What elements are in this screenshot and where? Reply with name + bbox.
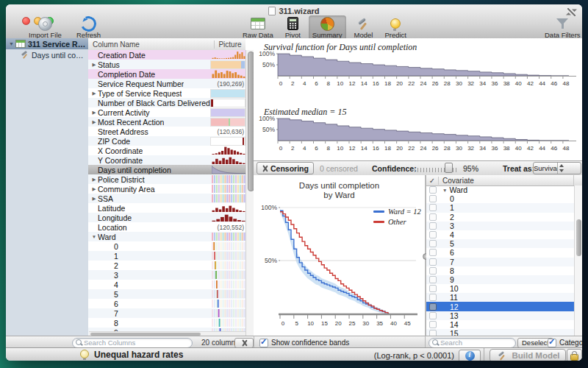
checkbox[interactable] <box>429 222 437 230</box>
column-row-zip-code[interactable]: ZIP Code <box>88 136 245 146</box>
checkbox[interactable] <box>429 195 437 202</box>
disclosure-triangle-icon[interactable]: ▶ <box>90 177 98 183</box>
treat-as-dropdown[interactable]: Survival Times <box>533 162 581 174</box>
column-row-7[interactable]: 7 <box>88 308 245 318</box>
covariate-row-6[interactable]: 6 <box>426 248 574 257</box>
checkbox[interactable] <box>429 258 437 266</box>
column-row-community-area[interactable]: ▶Community Area <box>88 184 245 194</box>
covariate-row-7[interactable]: 7 <box>426 258 574 266</box>
covariate-row-9[interactable]: 9 <box>426 275 574 284</box>
checkbox[interactable] <box>429 213 437 221</box>
show-confidence-bands-checkbox[interactable] <box>259 339 268 347</box>
disclosure-triangle-icon[interactable]: ▼ <box>90 234 98 239</box>
disclosure-triangle-icon[interactable]: ▶ <box>90 196 98 202</box>
covariate-row-10[interactable]: 10 <box>426 284 574 293</box>
column-row-1[interactable]: 1 <box>88 251 245 261</box>
build-model-button[interactable]: Build Model <box>490 349 566 361</box>
disclosure-triangle-icon[interactable]: ▶ <box>90 186 98 192</box>
covariate-row-14[interactable]: 14 <box>426 320 574 329</box>
covariate-row-3[interactable]: 3 <box>426 222 574 230</box>
checkbox[interactable] <box>429 321 437 328</box>
column-row-ssa[interactable]: ▶SSA <box>88 194 245 203</box>
covariate-row-0[interactable]: 0 <box>426 194 574 203</box>
covariate-row-4[interactable]: 4 <box>426 230 574 239</box>
covariate-row-5[interactable]: 5 <box>426 239 574 248</box>
column-row-location[interactable]: Location(120,552) <box>88 222 245 232</box>
info-button[interactable] <box>459 350 481 361</box>
search-columns-input[interactable] <box>72 338 193 348</box>
censoring-button[interactable]: Censoring <box>257 162 314 174</box>
sidebar-item-311-service-r[interactable]: ▼311 Service R… <box>6 38 88 49</box>
column-row-4[interactable]: 4 <box>88 280 245 289</box>
categories-checkbox[interactable] <box>548 339 556 347</box>
covariate-row-15[interactable]: 15 <box>426 329 574 336</box>
toolbar-button-raw-data[interactable]: Raw Data <box>239 15 277 40</box>
column-row-8[interactable]: 8 <box>88 318 245 328</box>
lock-button[interactable] <box>567 349 582 361</box>
covariate-row-12[interactable]: 12 <box>426 302 574 311</box>
covariate-row-2[interactable]: 2 <box>426 213 574 222</box>
covariate-row-8[interactable]: 8 <box>426 266 574 275</box>
column-row-x-coordinate[interactable]: X Coordinate <box>88 146 245 155</box>
toolbar-button-predict[interactable]: Predict <box>381 15 410 40</box>
disclosure-triangle-icon[interactable]: ▼ <box>9 41 14 46</box>
checkbox[interactable] <box>429 285 437 292</box>
disclosure-triangle-icon[interactable]: ▶ <box>90 91 98 96</box>
checkbox[interactable] <box>429 231 437 238</box>
column-row-status[interactable]: ▶Status <box>88 60 245 69</box>
confidence-slider[interactable] <box>415 162 457 173</box>
column-row-longitude[interactable]: Longitude <box>88 213 245 222</box>
disclosure-triangle-icon[interactable]: ▼ <box>442 188 447 193</box>
checkbox[interactable] <box>429 303 437 311</box>
column-row-3[interactable]: 3 <box>88 270 245 280</box>
covariate-column-header[interactable]: Covariate <box>439 177 573 185</box>
toolbar-button-import-file[interactable]: Import File <box>25 15 65 40</box>
checkbox[interactable] <box>429 276 437 283</box>
covariate-row-11[interactable]: 11 <box>426 293 574 302</box>
disclosure-triangle-icon[interactable]: ▶ <box>90 110 98 116</box>
column-row-service-request-number[interactable]: Service Request Number(190,269) <box>88 79 245 88</box>
column-row-most-recent-action[interactable]: ▶Most Recent Action <box>88 117 245 127</box>
column-row-0[interactable]: 0 <box>88 241 245 251</box>
toolbar-button-refresh[interactable]: Refresh <box>73 15 104 40</box>
covariate-search-input[interactable] <box>429 338 516 348</box>
checkbox[interactable] <box>429 312 437 319</box>
checkbox[interactable] <box>429 267 437 275</box>
disclosure-triangle-icon[interactable]: ▶ <box>90 62 98 68</box>
column-row-5[interactable]: 5 <box>88 289 245 299</box>
checkbox[interactable] <box>429 240 437 247</box>
expand-icon[interactable] <box>567 8 576 16</box>
column-row-completion-date[interactable]: Completion Date <box>88 69 245 79</box>
checkbox[interactable] <box>429 330 437 336</box>
check-column-header[interactable]: ✓ <box>426 177 439 185</box>
sidebar-item-days-until-co[interactable]: Days until co… <box>6 49 88 60</box>
covariate-row-13[interactable]: 13 <box>426 311 574 320</box>
covariate-group-ward[interactable]: ▼Ward <box>426 185 574 194</box>
column-actions-button[interactable] <box>234 338 254 348</box>
column-row-2[interactable]: 2 <box>88 261 245 270</box>
column-row-ward[interactable]: ▼Ward <box>88 232 245 241</box>
toolbar-button-pivot[interactable]: Pivot <box>282 15 304 40</box>
covariate-row-1[interactable]: 1 <box>426 203 574 212</box>
column-row-street-address[interactable]: Street Address(120,636) <box>88 127 245 136</box>
checkbox[interactable] <box>429 249 437 256</box>
column-row-type-of-service-request[interactable]: ▶Type of Service Request <box>88 88 245 98</box>
column-row-days-until-completion[interactable]: Days until completion <box>88 165 245 174</box>
column-row-police-district[interactable]: ▶Police District <box>88 174 245 184</box>
disclosure-triangle-icon[interactable]: ▶ <box>90 119 98 125</box>
toolbar-button-data-filters[interactable]: Data Filters <box>541 15 582 40</box>
picture-header[interactable]: Picture <box>215 40 245 49</box>
covariate-scrollbar[interactable] <box>574 185 582 336</box>
column-row-6[interactable]: 6 <box>88 299 245 308</box>
column-row-number-of-black-carts-delivered[interactable]: Number of Black Carts Delivered <box>88 98 245 107</box>
toolbar-button-summary[interactable]: Summary <box>309 15 346 40</box>
column-row-current-activity[interactable]: ▶Current Activity <box>88 107 245 117</box>
column-name-header[interactable]: Column Name <box>88 40 215 49</box>
column-row-latitude[interactable]: Latitude <box>88 203 245 213</box>
toolbar-button-model[interactable]: Model <box>351 15 377 40</box>
column-row-y-coordinate[interactable]: Y Coordinate <box>88 155 245 165</box>
checkbox[interactable] <box>429 204 437 211</box>
column-row-creation-date[interactable]: Creation Date <box>88 50 245 60</box>
slider-thumb[interactable] <box>445 163 453 173</box>
checkbox[interactable] <box>429 186 437 194</box>
